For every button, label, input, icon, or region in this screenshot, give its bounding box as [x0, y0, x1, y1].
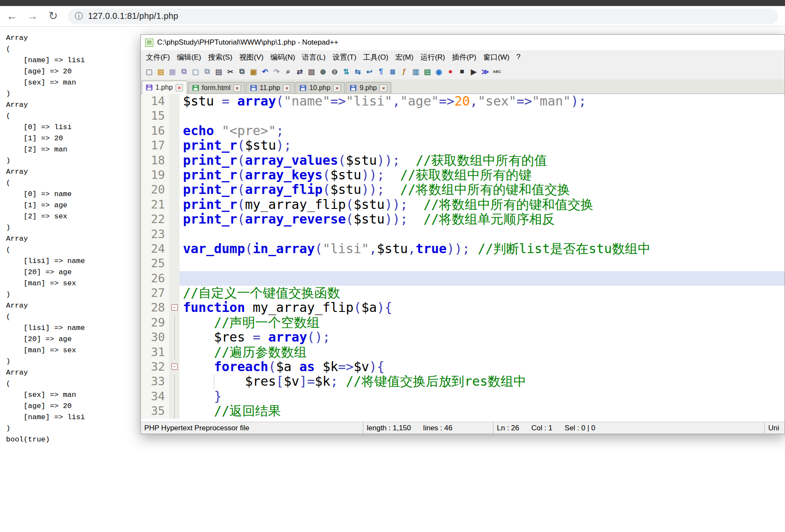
site-info-icon[interactable]: ⓘ: [75, 11, 83, 22]
code-editor[interactable]: 14$stu = array("name"=>"lisi","age"=>20,…: [141, 94, 785, 422]
menu-item[interactable]: 视图(V): [236, 52, 267, 62]
tab-close-icon[interactable]: ×: [333, 85, 341, 92]
tab-1.php[interactable]: 1.php×: [142, 81, 187, 94]
tab-10.php[interactable]: 10.php×: [295, 82, 345, 94]
forward-button[interactable]: →: [24, 8, 41, 25]
close-all-icon[interactable]: ⧉: [201, 66, 213, 77]
code-text[interactable]: print_r(array_reverse($stu)); //将数组单元顺序相…: [180, 212, 785, 227]
code-line[interactable]: 28-function my_array_flip($a){: [141, 300, 785, 315]
code-text[interactable]: [180, 256, 785, 271]
menu-item[interactable]: 语言(L): [298, 52, 329, 62]
menu-item[interactable]: 工具(O): [360, 52, 392, 62]
address-bar[interactable]: ⓘ 127.0.0.1:81/php/1.php: [68, 9, 778, 24]
menu-item[interactable]: 窗口(W): [480, 52, 513, 62]
run-macro-multi-icon[interactable]: ≫: [480, 66, 491, 77]
code-line[interactable]: 18print_r(array_values($stu)); //获取数组中所有…: [141, 153, 785, 168]
word-wrap-icon[interactable]: ↩: [364, 66, 375, 77]
save-icon[interactable]: ▦: [167, 66, 178, 77]
code-text[interactable]: //返回结果: [180, 404, 785, 418]
code-text[interactable]: [180, 109, 785, 123]
code-text[interactable]: foreach($a as $k=>$v){: [180, 360, 785, 374]
code-line[interactable]: 17print_r($stu);: [141, 138, 785, 153]
code-text[interactable]: }: [180, 389, 785, 404]
zoom-in-icon[interactable]: ⊕: [317, 66, 329, 77]
tab-close-icon[interactable]: ×: [176, 84, 183, 91]
code-line[interactable]: 25: [141, 256, 785, 271]
code-line[interactable]: 21print_r(my_array_flip($stu)); //将数组中所有…: [141, 197, 785, 212]
code-text[interactable]: $res[$v]=$k; //将键值交换后放到res数组中: [180, 374, 785, 389]
code-text[interactable]: //遍历参数数组: [180, 345, 785, 360]
menu-item[interactable]: 搜索(S): [204, 52, 236, 62]
record-macro-icon[interactable]: ●: [445, 66, 456, 77]
find-in-files-icon[interactable]: ▧: [306, 66, 317, 77]
indent-guide-icon[interactable]: ≣: [387, 66, 398, 77]
tab-close-icon[interactable]: ×: [380, 85, 387, 92]
code-line[interactable]: 34 }: [141, 389, 785, 404]
menu-item[interactable]: 设置(T): [329, 52, 360, 62]
menu-item[interactable]: 插件(P): [448, 52, 480, 62]
code-text[interactable]: print_r(my_array_flip($stu)); //将数组中所有的键…: [180, 197, 785, 212]
tab-close-icon[interactable]: ×: [283, 85, 290, 92]
code-text[interactable]: print_r($stu);: [180, 138, 785, 153]
show-symbols-icon[interactable]: ¶: [375, 66, 386, 77]
code-line[interactable]: 16echo "<pre>";: [141, 124, 785, 138]
reload-button[interactable]: ↻: [45, 8, 62, 25]
doc-map-icon[interactable]: ▥: [410, 66, 421, 77]
copy-icon[interactable]: ⧉: [236, 66, 247, 77]
tab-9.php[interactable]: 9.php×: [346, 82, 391, 94]
play-macro-icon[interactable]: ▶: [468, 66, 479, 77]
redo-icon[interactable]: ↷: [271, 66, 282, 77]
fold-collapse-icon[interactable]: -: [171, 363, 178, 370]
code-line[interactable]: 29 //声明一个空数组: [141, 315, 785, 330]
menu-item[interactable]: 文件(F): [143, 52, 173, 62]
stop-macro-icon[interactable]: ■: [456, 66, 468, 77]
doc-switcher-icon[interactable]: ▤: [422, 66, 433, 77]
code-text[interactable]: [180, 227, 785, 242]
code-line[interactable]: 24var_dump(in_array("lisi",$stu,true)); …: [141, 242, 785, 256]
code-text[interactable]: print_r(array_values($stu)); //获取数组中所有的值: [180, 153, 785, 168]
code-line[interactable]: 23: [141, 227, 785, 242]
replace-icon[interactable]: ⇄: [294, 66, 305, 77]
tab-form.html[interactable]: form.html×: [188, 82, 245, 94]
code-line[interactable]: 27//自定义一个键值交换函数: [141, 286, 785, 300]
menu-item[interactable]: 编码(N): [267, 52, 299, 62]
sync-scroll-h-icon[interactable]: ⇆: [352, 66, 363, 77]
save-all-icon[interactable]: ⧉: [178, 66, 189, 77]
code-text[interactable]: //自定义一个键值交换函数: [180, 286, 785, 300]
print-icon[interactable]: ▤: [213, 66, 224, 77]
paste-icon[interactable]: ▣: [248, 66, 259, 77]
title-bar[interactable]: C:\phpStudy\PHPTutorial\WWW\php\1.php - …: [141, 35, 785, 50]
code-line[interactable]: 32- foreach($a as $k=>$v){: [141, 360, 785, 374]
code-line[interactable]: 26: [141, 271, 785, 286]
new-file-icon[interactable]: ▢: [143, 66, 155, 77]
fold-collapse-icon[interactable]: -: [171, 304, 178, 311]
menu-item[interactable]: 编辑(E): [173, 52, 205, 62]
code-text[interactable]: //声明一个空数组: [180, 315, 785, 330]
undo-icon[interactable]: ↶: [259, 66, 271, 77]
code-line[interactable]: 30 $res = array();: [141, 330, 785, 345]
code-line[interactable]: 22print_r(array_reverse($stu)); //将数组单元顺…: [141, 212, 785, 227]
spell-check-icon[interactable]: ABC: [491, 66, 502, 77]
cut-icon[interactable]: ✂: [225, 66, 236, 77]
code-text[interactable]: print_r(array_flip($stu)); //将数组中所有的键和值交…: [180, 182, 785, 197]
menu-item[interactable]: 宏(M): [392, 52, 417, 62]
code-text[interactable]: [180, 271, 785, 286]
code-text[interactable]: echo "<pre>";: [180, 124, 785, 138]
code-text[interactable]: print_r(array_keys($stu)); //获取数组中所有的键: [180, 168, 785, 182]
code-text[interactable]: $res = array();: [180, 330, 785, 345]
menu-item[interactable]: 运行(R): [417, 52, 449, 62]
open-file-icon[interactable]: ▤: [155, 66, 166, 77]
code-line[interactable]: 15: [141, 109, 785, 123]
code-line[interactable]: 20print_r(array_flip($stu)); //将数组中所有的键和…: [141, 182, 785, 197]
menu-item[interactable]: ?: [513, 53, 524, 61]
code-line[interactable]: 33 $res[$v]=$k; //将键值交换后放到res数组中: [141, 374, 785, 389]
find-icon[interactable]: ⌕: [283, 66, 294, 77]
back-button[interactable]: ←: [3, 8, 21, 25]
function-list-icon[interactable]: ƒ: [399, 66, 410, 77]
tab-11.php[interactable]: 11.php×: [246, 82, 295, 94]
tab-close-icon[interactable]: ×: [234, 85, 241, 92]
code-text[interactable]: var_dump(in_array("lisi",$stu,true)); //…: [180, 242, 785, 256]
zoom-out-icon[interactable]: ⊖: [329, 66, 340, 77]
monitoring-eye-icon[interactable]: ◉: [433, 66, 444, 77]
code-text[interactable]: function my_array_flip($a){: [180, 300, 785, 315]
